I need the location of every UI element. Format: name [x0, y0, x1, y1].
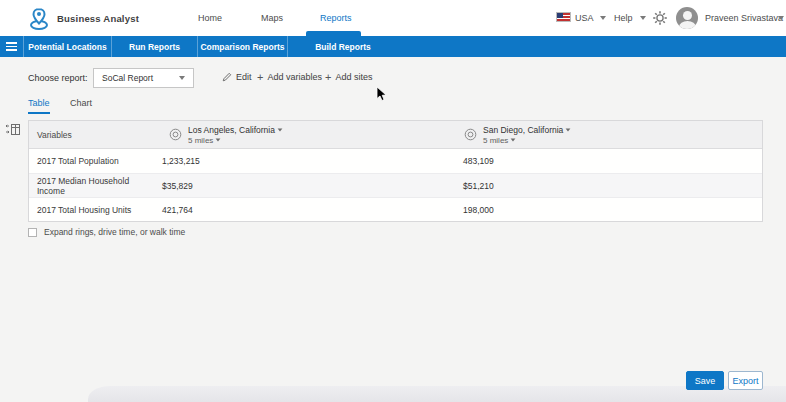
- user-avatar[interactable]: [676, 7, 698, 29]
- site-caret-icon: [278, 129, 283, 132]
- usa-flag-icon: [556, 12, 571, 22]
- add-variables-button[interactable]: + Add variables: [257, 72, 322, 82]
- subnav-comparison-reports[interactable]: Comparison Reports: [198, 36, 288, 57]
- expand-rings-checkbox[interactable]: [28, 228, 37, 237]
- report-select-value: SoCal Report: [102, 73, 153, 83]
- table-row: 2017 Median Household Income $35,829 $51…: [29, 173, 762, 197]
- rings-icon: [464, 128, 477, 141]
- subnav-potential-locations[interactable]: Potential Locations: [24, 36, 112, 57]
- mouse-cursor: [376, 86, 388, 102]
- site-column-la: Los Angeles, California 5 miles: [154, 121, 449, 148]
- help-menu[interactable]: Help: [614, 13, 633, 23]
- site-caret-icon: [566, 129, 571, 132]
- app-title: Business Analyst: [57, 13, 139, 24]
- settings-gear-icon[interactable]: [652, 10, 668, 26]
- value-sd: 483,109: [449, 156, 762, 166]
- export-button[interactable]: Export: [728, 371, 763, 390]
- subnav-build-reports[interactable]: Build Reports: [288, 36, 398, 57]
- variables-column-header: Variables: [29, 121, 154, 148]
- comparison-table: Variables Los Angeles, California 5 mile…: [28, 120, 763, 222]
- nav-maps[interactable]: Maps: [261, 13, 283, 23]
- site-column-sd: San Diego, California 5 miles: [449, 121, 762, 148]
- value-la: 1,233,215: [154, 156, 449, 166]
- ring-caret-icon: [216, 139, 221, 142]
- table-header-row: Variables Los Angeles, California 5 mile…: [29, 121, 762, 149]
- active-tab-notch: [306, 31, 361, 37]
- variable-name: 2017 Median Household Income: [29, 176, 154, 196]
- plus-icon: +: [257, 73, 263, 82]
- value-la: 421,764: [154, 205, 449, 215]
- variable-name: 2017 Total Housing Units: [29, 205, 154, 215]
- add-sites-label: Add sites: [335, 72, 372, 82]
- tab-table[interactable]: Table: [28, 98, 50, 114]
- edit-report-button[interactable]: Edit: [222, 72, 252, 82]
- site-ring-dropdown[interactable]: 5 miles: [188, 136, 283, 145]
- value-la: $35,829: [154, 181, 449, 191]
- site-ring-dropdown[interactable]: 5 miles: [483, 136, 571, 145]
- tab-chart[interactable]: Chart: [70, 98, 92, 112]
- plus-icon: +: [325, 73, 331, 82]
- value-sd: $51,210: [449, 181, 762, 191]
- nav-reports[interactable]: Reports: [320, 13, 352, 23]
- nav-home[interactable]: Home: [198, 13, 222, 23]
- expand-rings-label: Expand rings, drive time, or walk time: [44, 227, 185, 237]
- add-variables-label: Add variables: [267, 72, 322, 82]
- reports-subnav: Potential Locations Run Reports Comparis…: [0, 36, 786, 57]
- choose-report-label: Choose report:: [28, 73, 88, 83]
- site-name-dropdown[interactable]: Los Angeles, California: [188, 125, 283, 135]
- pencil-icon: [222, 72, 232, 82]
- user-caret-icon: [778, 16, 784, 20]
- country-menu[interactable]: USA: [575, 13, 594, 23]
- table-row: 2017 Total Housing Units 421,764 198,000: [29, 197, 762, 221]
- table-row: 2017 Total Population 1,233,215 483,109: [29, 149, 762, 173]
- transpose-table-icon[interactable]: [5, 122, 21, 137]
- site-name-dropdown[interactable]: San Diego, California: [483, 125, 571, 135]
- save-button[interactable]: Save: [686, 371, 724, 390]
- ring-caret-icon: [511, 139, 516, 142]
- bottom-panel-edge: [88, 386, 786, 402]
- rings-icon: [169, 128, 182, 141]
- country-caret-icon: [600, 16, 606, 20]
- add-sites-button[interactable]: + Add sites: [325, 72, 372, 82]
- report-select[interactable]: SoCal Report: [93, 68, 194, 88]
- business-analyst-logo-icon: [27, 6, 51, 30]
- value-sd: 198,000: [449, 205, 762, 215]
- user-menu[interactable]: Praveen Srivastava: [705, 13, 783, 23]
- menu-hamburger-icon[interactable]: [0, 36, 24, 57]
- subnav-run-reports[interactable]: Run Reports: [112, 36, 198, 57]
- help-caret-icon: [640, 16, 646, 20]
- top-bar: Business Analyst Home Maps Reports USA H…: [0, 0, 786, 36]
- report-select-caret-icon: [179, 76, 185, 80]
- edit-label: Edit: [236, 72, 252, 82]
- expand-rings-option: Expand rings, drive time, or walk time: [28, 227, 185, 237]
- variable-name: 2017 Total Population: [29, 156, 154, 166]
